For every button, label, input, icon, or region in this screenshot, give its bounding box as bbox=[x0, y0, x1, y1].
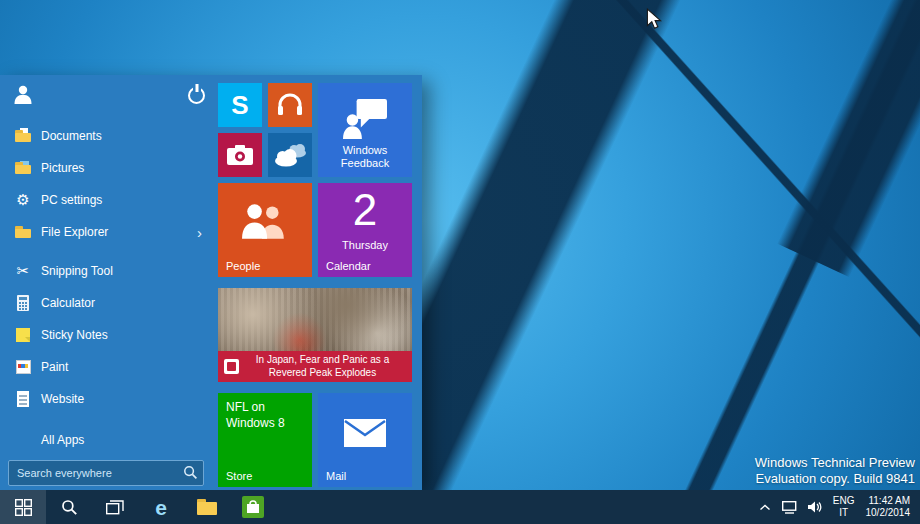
feedback-person-bubble-icon bbox=[318, 99, 412, 139]
menu-item-documents[interactable]: Documents bbox=[0, 120, 212, 152]
news-app-icon bbox=[224, 359, 239, 374]
menu-item-all-apps[interactable]: All Apps bbox=[0, 425, 212, 455]
tile-label: Calendar bbox=[326, 260, 371, 272]
chevron-up-icon bbox=[759, 504, 771, 511]
desktop: Windows Technical Preview Evaluation cop… bbox=[0, 0, 920, 524]
calendar-day-number: 2 bbox=[318, 185, 412, 235]
sticky-note-icon bbox=[14, 326, 32, 344]
menu-item-label: Calculator bbox=[41, 296, 95, 310]
start-menu-header bbox=[0, 84, 212, 112]
task-view-icon bbox=[106, 500, 124, 515]
menu-item-paint[interactable]: Paint bbox=[0, 351, 212, 383]
search-icon bbox=[61, 499, 78, 516]
menu-item-label: Website bbox=[41, 392, 84, 406]
tile-calendar[interactable]: 2 Thursday Calendar bbox=[318, 183, 412, 277]
search-input[interactable] bbox=[9, 461, 203, 485]
watermark-line2: Evaluation copy. Build 9841 bbox=[755, 471, 915, 486]
all-apps-label: All Apps bbox=[41, 433, 84, 447]
user-avatar-icon[interactable] bbox=[13, 84, 33, 108]
wallpaper-beam bbox=[777, 0, 920, 277]
scissors-icon: ✂ bbox=[14, 262, 32, 280]
file-explorer-button[interactable] bbox=[184, 490, 230, 524]
language-region: IT bbox=[833, 507, 855, 519]
camera-icon bbox=[218, 145, 262, 165]
menu-item-website[interactable]: Website bbox=[0, 383, 212, 415]
start-menu: Documents Pictures ⚙ PC settings File Ex… bbox=[0, 75, 422, 490]
speaker-icon bbox=[808, 501, 822, 513]
menu-item-file-explorer[interactable]: File Explorer › bbox=[0, 216, 212, 248]
calendar-weekday: Thursday bbox=[318, 239, 412, 251]
menu-item-label: Documents bbox=[41, 129, 102, 143]
menu-item-label: PC settings bbox=[41, 193, 102, 207]
power-button[interactable] bbox=[188, 87, 205, 104]
tile-people[interactable]: People bbox=[218, 183, 312, 277]
documents-folder-icon bbox=[14, 127, 32, 145]
news-headline: In Japan, Fear and Panic as a Revered Pe… bbox=[239, 354, 406, 379]
store-button[interactable] bbox=[230, 490, 276, 524]
network-tray-button[interactable] bbox=[782, 501, 797, 514]
internet-explorer-icon: e bbox=[155, 497, 167, 518]
evaluation-watermark: Windows Technical Preview Evaluation cop… bbox=[755, 455, 915, 486]
mail-envelope-icon bbox=[318, 419, 412, 447]
menu-item-calculator[interactable]: Calculator bbox=[0, 287, 212, 319]
power-icon bbox=[188, 87, 205, 104]
language-code: ENG bbox=[833, 495, 855, 507]
search-box bbox=[8, 460, 204, 486]
start-menu-left-pane: Documents Pictures ⚙ PC settings File Ex… bbox=[0, 75, 212, 490]
store-bag-icon bbox=[242, 496, 264, 518]
mouse-cursor bbox=[646, 8, 662, 34]
tile-grid: S bbox=[218, 83, 414, 487]
language-indicator[interactable]: ENG IT bbox=[833, 495, 855, 519]
clock[interactable]: 11:42 AM 10/2/2014 bbox=[866, 495, 911, 519]
menu-item-label: Paint bbox=[41, 360, 68, 374]
tile-label: People bbox=[226, 260, 260, 272]
tile-windows-feedback[interactable]: Windows Feedback bbox=[318, 83, 412, 177]
tile-camera[interactable] bbox=[218, 133, 262, 177]
store-live-tile-text: NFL on Windows 8 bbox=[226, 400, 302, 431]
internet-explorer-button[interactable]: e bbox=[138, 490, 184, 524]
taskbar-search-button[interactable] bbox=[46, 490, 92, 524]
task-view-button[interactable] bbox=[92, 490, 138, 524]
people-icon bbox=[218, 203, 312, 239]
settings-gear-icon: ⚙ bbox=[14, 191, 32, 209]
tile-onedrive[interactable] bbox=[268, 133, 312, 177]
tile-label: Mail bbox=[326, 470, 346, 482]
clock-date: 10/2/2014 bbox=[866, 507, 911, 519]
tray-expand-button[interactable] bbox=[759, 504, 771, 511]
paint-icon bbox=[14, 358, 32, 376]
clock-time: 11:42 AM bbox=[866, 495, 911, 507]
watermark-line1: Windows Technical Preview bbox=[755, 455, 915, 470]
pictures-folder-icon bbox=[14, 159, 32, 177]
tile-mail[interactable]: Mail bbox=[318, 393, 412, 487]
folder-icon bbox=[197, 499, 217, 515]
tile-label: Store bbox=[226, 470, 252, 482]
tile-news[interactable]: In Japan, Fear and Panic as a Revered Pe… bbox=[218, 288, 412, 382]
file-explorer-folder-icon bbox=[14, 223, 32, 241]
chevron-right-icon: › bbox=[197, 225, 202, 240]
search-icon bbox=[183, 465, 198, 480]
start-nav-group-top: Documents Pictures ⚙ PC settings File Ex… bbox=[0, 120, 212, 248]
headphones-icon bbox=[268, 93, 312, 116]
start-button[interactable] bbox=[0, 490, 46, 524]
system-tray: ENG IT 11:42 AM 10/2/2014 bbox=[759, 490, 920, 524]
menu-item-pc-settings[interactable]: ⚙ PC settings bbox=[0, 184, 212, 216]
calculator-icon bbox=[14, 294, 32, 312]
menu-item-snipping-tool[interactable]: ✂ Snipping Tool bbox=[0, 255, 212, 287]
tile-skype[interactable]: S bbox=[218, 83, 262, 127]
volume-tray-button[interactable] bbox=[808, 501, 822, 513]
skype-logo: S bbox=[218, 83, 262, 127]
menu-item-label: Snipping Tool bbox=[41, 264, 113, 278]
menu-item-sticky-notes[interactable]: Sticky Notes bbox=[0, 319, 212, 351]
menu-item-label: Sticky Notes bbox=[41, 328, 108, 342]
tile-music[interactable] bbox=[268, 83, 312, 127]
menu-item-pictures[interactable]: Pictures bbox=[0, 152, 212, 184]
news-headline-band: In Japan, Fear and Panic as a Revered Pe… bbox=[218, 351, 412, 382]
menu-item-label: File Explorer bbox=[41, 225, 108, 239]
taskbar: e bbox=[0, 490, 920, 524]
windows-logo-icon bbox=[15, 499, 32, 516]
tile-label: Windows Feedback bbox=[322, 144, 408, 170]
menu-item-label: Pictures bbox=[41, 161, 84, 175]
tile-store[interactable]: NFL on Windows 8 Store bbox=[218, 393, 312, 487]
onedrive-clouds-icon bbox=[268, 143, 312, 167]
webpage-icon bbox=[14, 390, 32, 408]
